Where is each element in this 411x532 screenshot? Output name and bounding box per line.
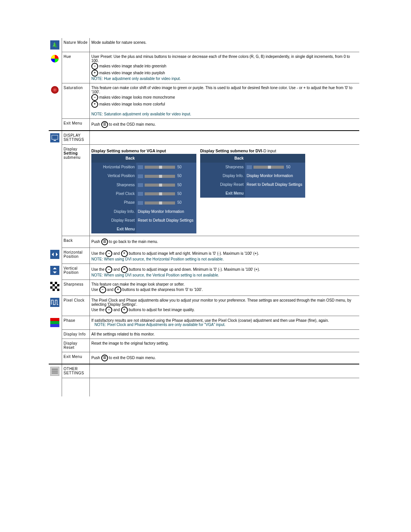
- svg-rect-24: [52, 371, 58, 372]
- display-settings-label: DISPLAY SETTINGS: [62, 131, 90, 145]
- svg-rect-16: [53, 289, 55, 291]
- sharp-l2c: buttons to adjust the sharpness from '0'…: [121, 287, 203, 291]
- hue-line2: makes video image shade into greenish: [99, 64, 166, 68]
- slider-icon: [145, 184, 175, 187]
- minus-button-icon: –: [105, 250, 112, 257]
- saturation-icon: [50, 85, 59, 94]
- vga-pc: Pixel Clock: [91, 189, 136, 198]
- vga-di-v: Display Monitor Information: [136, 207, 196, 216]
- exit2-a: Push: [91, 355, 101, 359]
- plus-button-icon: +: [121, 307, 128, 313]
- svg-rect-20: [50, 318, 59, 321]
- exit-menu-label: Exit Menu: [62, 352, 90, 364]
- dvi-submenu-heading: Display Setting submenu for DVI-D input: [200, 149, 305, 153]
- pixel-clock-label: Pixel Clock: [62, 296, 90, 316]
- display-setting-submenu-label: Display Setting submenu: [62, 145, 90, 236]
- vga-ph-v: 50: [177, 200, 182, 204]
- dvi-dr-v: Reset to Default Display Settings: [245, 180, 305, 189]
- plus-button-icon: +: [115, 286, 121, 293]
- sharpness-desc: This feature can make the image look sha…: [90, 280, 360, 296]
- nature-icon: [50, 40, 59, 50]
- svg-rect-15: [55, 286, 57, 289]
- vga-di: Display Info.: [91, 207, 136, 216]
- svg-rect-13: [57, 284, 59, 286]
- hpos-label: Horizontal Position: [62, 248, 90, 264]
- sharp-l2a: Use: [91, 287, 99, 291]
- vga-hp-v: 50: [177, 165, 182, 169]
- plus-button-icon: +: [121, 266, 128, 273]
- dvi-em: Exit Menu: [200, 189, 245, 198]
- pixel-clock-icon: [50, 298, 59, 307]
- hue-note: NOTE: Hue adjustment only available for …: [91, 77, 181, 81]
- back-b: to go back to the main menu.: [108, 239, 158, 243]
- dvi-back: Back: [200, 154, 245, 163]
- svg-rect-7: [50, 250, 59, 259]
- saturation-label: Saturation: [62, 83, 90, 118]
- pc-l2a: Use the: [91, 307, 105, 312]
- display-settings-icon: [50, 133, 59, 142]
- vga-back: Back: [91, 154, 136, 163]
- minus-button-icon: –: [105, 307, 112, 313]
- svg-rect-21: [50, 324, 59, 327]
- back-a: Push: [91, 239, 101, 243]
- slider-icon: [145, 175, 175, 178]
- vga-submenu-heading: Display Setting submenu for VGA input: [91, 149, 196, 153]
- sat-line3: makes video image looks more colorful: [99, 102, 165, 106]
- svg-rect-25: [52, 372, 58, 374]
- nature-mode-label: Nature Mode: [62, 38, 90, 52]
- menu-button-icon: ☰: [101, 355, 108, 361]
- vga-hp: Horizontal Position: [91, 163, 136, 171]
- pc-l2c: buttons to adjust for best image quality…: [128, 307, 195, 312]
- dvi-submenu: Back Sharpness50 Display Info.Display Mo…: [200, 154, 305, 198]
- other-settings-empty: [90, 364, 360, 378]
- back-desc: Push ☰ to go back to the main menu.: [90, 236, 360, 248]
- vpos-a: Use the: [91, 267, 105, 271]
- vga-vp: Vertical Position: [91, 171, 136, 180]
- display-info-desc: All the settings related to this monitor…: [90, 329, 360, 339]
- dss-l3: submenu: [64, 155, 81, 160]
- other-settings-label: OTHER SETTINGS: [62, 364, 90, 378]
- sat-line2: makes video image looks more monochrome: [99, 95, 175, 99]
- phase-note: NOTE: Pixel Clock and Phase Adjustments …: [94, 323, 225, 327]
- sharpness-label: Sharpness: [62, 280, 90, 296]
- plus-button-icon: +: [91, 101, 98, 108]
- hpos-desc: Use the – and + buttons to adjust image …: [90, 248, 360, 264]
- svg-rect-11: [55, 282, 57, 284]
- exit-menu-desc: Push ☰ to exit the OSD main menu.: [90, 352, 360, 364]
- pixel-clock-desc: The Pixel Clock and Phase adjustments al…: [90, 296, 360, 316]
- hue-line3: makes video image shade into purplish: [99, 70, 165, 75]
- vga-vp-v: 50: [177, 174, 182, 178]
- exit-menu-label: Exit Menu: [62, 118, 90, 131]
- sat-line1: This feature can make color shift of vid…: [91, 86, 352, 94]
- sharpness-icon: [50, 282, 59, 291]
- sat-note: NOTE: Saturation adjustment only availab…: [91, 112, 191, 116]
- sharp-l1: This feature can make the image look sha…: [91, 282, 185, 286]
- plus-button-icon: +: [91, 70, 98, 77]
- dss-l1: Display: [64, 147, 77, 151]
- vpos-label: Vertical Position: [62, 264, 90, 280]
- slider-icon: [145, 201, 175, 204]
- vga-em: Exit Menu: [91, 225, 136, 233]
- sharp-l2b: and: [106, 287, 115, 291]
- osd-doc-table: Nature Mode Mode suitable for nature sce…: [49, 38, 359, 396]
- vga-ph: Phase: [91, 198, 136, 207]
- hpos-c: buttons to adjust image left and right. …: [128, 251, 259, 255]
- pc-l2b: and: [112, 307, 121, 312]
- dvi-sh: Sharpness: [200, 163, 245, 171]
- vga-submenu: Back Horizontal Position50 Vertical Posi…: [91, 154, 196, 233]
- vga-sh-v: 50: [177, 183, 182, 187]
- minus-button-icon: –: [99, 286, 106, 293]
- back-label: Back: [62, 236, 90, 248]
- svg-rect-14: [50, 286, 53, 289]
- hpos-note: NOTE: When using DVI source, the Horizon…: [91, 257, 224, 261]
- hue-label: Hue: [62, 52, 90, 83]
- minus-button-icon: –: [91, 63, 98, 70]
- display-reset-desc: Reset the image to the original factory …: [90, 339, 360, 352]
- slider-icon: [253, 166, 284, 169]
- phase-l1: If satisfactory results are not obtained…: [91, 318, 329, 323]
- dvi-head-b: -D input: [262, 149, 276, 153]
- slider-icon: [145, 166, 175, 169]
- exit1-a: Push: [91, 122, 101, 126]
- dvi-di-v: Display Monitor Information: [245, 171, 305, 180]
- svg-rect-17: [57, 289, 59, 291]
